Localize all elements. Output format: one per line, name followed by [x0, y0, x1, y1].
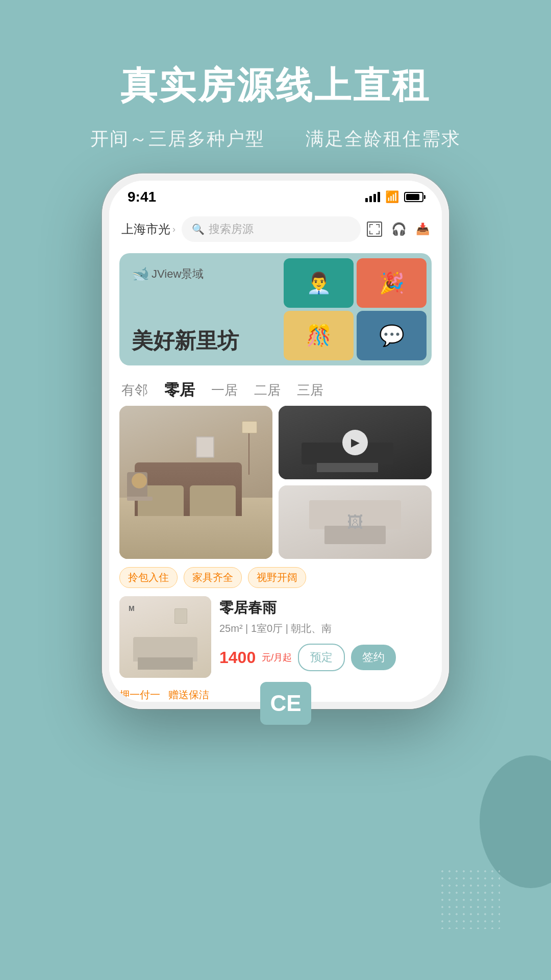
battery-icon: [404, 192, 423, 202]
image-placeholder-icon: 🖼: [347, 513, 363, 532]
listing-thumbnail: M: [119, 596, 211, 678]
footer-deposit: 押一付一: [119, 688, 160, 702]
property-third-image[interactable]: 🖼: [279, 485, 432, 559]
price-unit: 元/月起: [262, 651, 292, 664]
banner-logo: 🐋 JView景域: [132, 265, 204, 282]
illus-card-4: 💬: [357, 311, 427, 360]
headphone-icon[interactable]: 🎧: [391, 222, 407, 236]
location-button[interactable]: 上海市光 ›: [121, 221, 176, 237]
download-icon[interactable]: 📥: [416, 223, 430, 236]
svg-rect-5: [369, 231, 370, 234]
status-icons: 📶: [365, 190, 423, 204]
search-placeholder: 搜索房源: [209, 222, 254, 237]
phone-mockup: 9:41 📶 上海市光 ›: [102, 174, 449, 709]
listing-card[interactable]: M 零居春雨 25m² | 1室0厅 | 朝北、南 1400 元/月起 预定 签…: [109, 596, 442, 688]
svg-rect-3: [379, 224, 380, 228]
tag-luggage: 拎包入住: [119, 567, 178, 588]
listing-price-row: 1400 元/月起 预定 签约: [219, 644, 432, 671]
toolbar-icons: 🎧 📥: [367, 222, 430, 237]
search-bar[interactable]: 上海市光 › 🔍 搜索房源: [109, 209, 442, 249]
app-content: 上海市光 › 🔍 搜索房源: [109, 209, 442, 702]
play-button[interactable]: ▶: [342, 430, 368, 455]
property-main-image[interactable]: [119, 406, 272, 559]
header-section: 真实房源线上直租 开间～三居多种户型 满足全龄租住需求: [0, 61, 551, 152]
phone-outer: 9:41 📶 上海市光 ›: [102, 174, 449, 709]
tab-sanjv[interactable]: 三居: [297, 381, 323, 399]
location-text: 上海市光: [121, 221, 170, 237]
deco-dots: [439, 868, 500, 929]
banner[interactable]: 🐋 JView景域 美好新里坊 👨‍💼 🎉 🎊: [119, 253, 432, 365]
sign-button[interactable]: 签约: [351, 645, 396, 670]
tab-lingjv[interactable]: 零居: [164, 380, 195, 401]
search-input-bar[interactable]: 🔍 搜索房源: [182, 216, 361, 242]
illus-card-2: 🎉: [357, 258, 427, 308]
tab-yijv[interactable]: 一居: [211, 381, 238, 399]
status-time: 9:41: [128, 189, 156, 205]
tab-youlin[interactable]: 有邻: [121, 381, 148, 399]
tag-view: 视野开阔: [248, 567, 306, 588]
tags-row: 拎包入住 家具齐全 视野开阔: [109, 567, 442, 596]
status-bar: 9:41 📶: [109, 181, 442, 209]
sub-right: 满足全龄租住需求: [306, 127, 461, 152]
illus-card-1: 👨‍💼: [284, 258, 354, 308]
location-arrow-icon: ›: [172, 224, 176, 235]
tag-furniture: 家具齐全: [184, 567, 242, 588]
brand-text: 🐋 JView景域: [132, 265, 204, 282]
sub-title: 开间～三居多种户型 满足全龄租住需求: [0, 127, 551, 152]
footer-cleaning: 赠送保洁: [168, 688, 209, 702]
ce-badge: CE: [260, 682, 311, 725]
bedroom-image: [119, 406, 272, 559]
tabs-row: 有邻 零居 一居 二居 三居: [109, 370, 442, 406]
main-title: 真实房源线上直租: [0, 61, 551, 110]
search-icon: 🔍: [192, 223, 205, 235]
illus-card-3: 🎊: [284, 311, 354, 360]
reserve-button[interactable]: 预定: [298, 644, 345, 671]
listing-meta: 25m² | 1室0厅 | 朝北、南: [219, 622, 432, 635]
banner-title: 美好新里坊: [132, 327, 239, 355]
scan-icon[interactable]: [367, 222, 382, 237]
banner-illustrations: 👨‍💼 🎉 🎊 💬: [284, 258, 427, 360]
whale-icon: 🐋: [132, 265, 149, 282]
listing-title: 零居春雨: [219, 598, 432, 618]
svg-rect-1: [369, 224, 370, 228]
listing-info: 零居春雨 25m² | 1室0厅 | 朝北、南 1400 元/月起 预定 签约: [219, 596, 432, 671]
tab-erjv[interactable]: 二居: [254, 381, 281, 399]
signal-bars-icon: [365, 192, 380, 202]
sub-left: 开间～三居多种户型: [90, 127, 265, 152]
property-secondary-image[interactable]: ▶: [279, 406, 432, 479]
notch: [230, 181, 321, 198]
property-grid: ▶ 🖼: [109, 406, 442, 559]
phone-inner: 9:41 📶 上海市光 ›: [109, 181, 442, 702]
svg-rect-7: [379, 231, 380, 234]
price-amount: 1400: [219, 648, 256, 667]
wifi-icon: 📶: [385, 190, 399, 204]
